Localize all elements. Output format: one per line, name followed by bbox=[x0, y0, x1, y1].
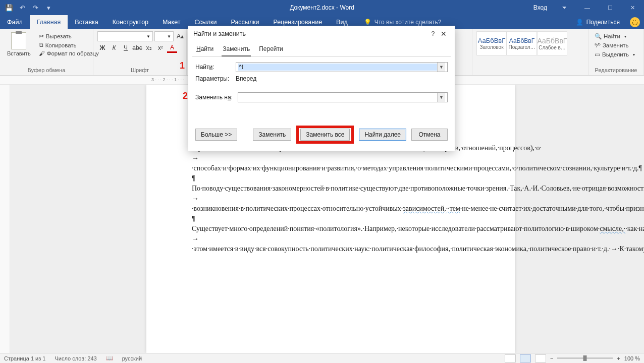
view-print-layout[interactable] bbox=[520, 354, 531, 362]
paste-button[interactable]: Вставить bbox=[4, 31, 34, 57]
clipboard-icon bbox=[11, 32, 26, 49]
params-label: Параметры: bbox=[195, 75, 232, 82]
tab-insert[interactable]: Вставка bbox=[68, 15, 105, 29]
share-button[interactable]: 👤 Поделиться bbox=[572, 17, 624, 28]
tell-me-label: Что вы хотите сделать? bbox=[374, 19, 442, 26]
vertical-ruler[interactable] bbox=[0, 85, 10, 353]
strike-button[interactable]: abc bbox=[132, 43, 142, 53]
dialog-tab-goto[interactable]: Перейти bbox=[258, 43, 284, 56]
chevron-down-icon[interactable]: ▼ bbox=[437, 93, 445, 102]
replace-all-button[interactable]: Заменить все bbox=[300, 129, 350, 141]
share-label: Поделиться bbox=[586, 19, 620, 26]
minimize-icon[interactable]: — bbox=[576, 0, 599, 15]
share-icon: 👤 bbox=[576, 19, 583, 26]
select-button[interactable]: ▭Выделить▾ bbox=[593, 50, 637, 58]
zoom-level[interactable]: 100 % bbox=[624, 355, 640, 361]
view-read-mode[interactable] bbox=[505, 354, 516, 362]
chevron-down-icon: ▾ bbox=[633, 52, 635, 57]
find-label: Найти: bbox=[195, 64, 232, 71]
view-web-layout[interactable] bbox=[535, 354, 546, 362]
replace-input[interactable]: ▼ bbox=[238, 92, 448, 102]
chevron-down-icon: ▼ bbox=[167, 34, 171, 39]
status-page[interactable]: Страница 1 из 1 bbox=[4, 355, 45, 361]
search-icon: 🔍 bbox=[595, 33, 602, 40]
font-color-button[interactable]: A bbox=[167, 43, 177, 53]
underline-button[interactable]: Ч bbox=[121, 43, 131, 53]
cursor-icon: ▭ bbox=[595, 51, 600, 58]
status-word-count[interactable]: Число слов: 243 bbox=[55, 355, 96, 361]
superscript-button[interactable]: x² bbox=[155, 43, 166, 53]
chevron-down-icon: ▾ bbox=[624, 34, 626, 39]
replace-label: Заменить на: bbox=[195, 94, 234, 101]
italic-button[interactable]: К bbox=[109, 43, 119, 53]
scissors-icon: ✂ bbox=[39, 33, 44, 40]
save-icon[interactable]: 💾 bbox=[3, 2, 15, 14]
style-heading2[interactable]: АаБбВвГПодзагол… bbox=[507, 31, 537, 55]
title-bar: 💾 ↶ ↷ ▾ Документ2.docx - Word Вход ⏷ — ☐… bbox=[0, 0, 644, 15]
close-icon[interactable]: ✕ bbox=[621, 0, 644, 15]
login-button[interactable]: Вход bbox=[527, 0, 553, 15]
doc-paragraph: Существует·много·определений·понятия·«по… bbox=[192, 224, 469, 254]
dialog-close-icon[interactable]: ✕ bbox=[438, 30, 450, 38]
dialog-titlebar[interactable]: Найти и заменить ? ✕ bbox=[188, 26, 455, 41]
replace-icon: ᵃ⁄ᵇ bbox=[595, 42, 601, 49]
font-name-combo[interactable]: ▼ bbox=[97, 31, 153, 41]
undo-icon[interactable]: ↶ bbox=[16, 2, 28, 14]
params-value: Вперед bbox=[236, 75, 448, 82]
ribbon-options-icon[interactable]: ⏷ bbox=[553, 0, 576, 15]
replace-button[interactable]: ᵃ⁄ᵇЗаменить bbox=[593, 41, 637, 49]
zoom-in-icon[interactable]: + bbox=[617, 355, 620, 361]
replace-one-button[interactable]: Заменить bbox=[253, 129, 291, 141]
qat-customize-icon[interactable]: ▾ bbox=[42, 2, 55, 14]
font-size-combo[interactable]: ▼ bbox=[154, 31, 174, 41]
cancel-button[interactable]: Отмена bbox=[411, 129, 448, 141]
lightbulb-icon: 💡 bbox=[364, 19, 371, 26]
feedback-smiley-icon[interactable] bbox=[630, 17, 640, 27]
status-bar: Страница 1 из 1 Число слов: 243 📖 русски… bbox=[0, 353, 644, 363]
brush-icon: 🖌 bbox=[39, 50, 45, 56]
dialog-tabs: Найти Заменить Перейти bbox=[188, 41, 455, 56]
maximize-icon[interactable]: ☐ bbox=[599, 0, 621, 15]
zoom-out-icon[interactable]: − bbox=[550, 355, 553, 361]
zoom-slider[interactable] bbox=[557, 357, 613, 359]
status-language[interactable]: русский bbox=[122, 355, 142, 361]
more-button[interactable]: Больше >> bbox=[195, 129, 237, 141]
find-input[interactable]: ^t ▼ bbox=[236, 62, 448, 72]
chevron-down-icon[interactable]: ▼ bbox=[437, 63, 445, 72]
copy-button[interactable]: ⧉Копировать bbox=[37, 41, 101, 49]
doc-paragraph: По·поводу·существования·закономерностей·… bbox=[192, 184, 469, 214]
style-weak[interactable]: АаБбВвГСлабое в… bbox=[537, 31, 567, 55]
doc-paragraph: ¶ bbox=[192, 173, 469, 184]
find-button[interactable]: 🔍Найти▾ bbox=[593, 32, 637, 40]
dialog-title: Найти и заменить bbox=[193, 30, 246, 37]
subscript-button[interactable]: x₂ bbox=[144, 43, 154, 53]
format-painter-button[interactable]: 🖌Формат по образцу bbox=[37, 50, 101, 57]
status-spellcheck-icon[interactable]: 📖 bbox=[106, 355, 113, 361]
grow-font-button[interactable]: A▴ bbox=[175, 31, 185, 41]
dialog-tab-replace[interactable]: Заменить bbox=[222, 43, 251, 56]
font-group-label: Шрифт bbox=[97, 66, 182, 74]
chevron-down-icon: ▼ bbox=[146, 34, 150, 39]
doc-paragraph: ¶ bbox=[192, 214, 469, 224]
tab-layout[interactable]: Макет bbox=[155, 15, 187, 29]
tab-design[interactable]: Конструктор bbox=[105, 15, 155, 29]
bold-button[interactable]: Ж bbox=[97, 43, 108, 53]
quick-access-toolbar: 💾 ↶ ↷ ▾ bbox=[0, 2, 58, 14]
callout-one: 1 bbox=[180, 60, 185, 71]
tab-home[interactable]: Главная bbox=[30, 15, 68, 29]
style-heading1[interactable]: АаБбВвГЗаголовок bbox=[476, 31, 507, 55]
find-next-button[interactable]: Найти далее bbox=[359, 129, 406, 141]
paste-label: Вставить bbox=[7, 50, 31, 56]
callout-two: 2 bbox=[183, 91, 188, 101]
copy-icon: ⧉ bbox=[39, 42, 43, 48]
cut-button[interactable]: ✂Вырезать bbox=[37, 32, 101, 40]
tab-file[interactable]: Файл bbox=[0, 15, 30, 29]
find-replace-dialog: Найти и заменить ? ✕ Найти Заменить Пере… bbox=[188, 26, 455, 151]
clipboard-group-label: Буфер обмена bbox=[4, 66, 89, 74]
dialog-help-icon[interactable]: ? bbox=[428, 30, 438, 37]
editing-group-label: Редактирование bbox=[593, 66, 639, 74]
dialog-tab-find[interactable]: Найти bbox=[195, 43, 214, 56]
redo-icon[interactable]: ↷ bbox=[29, 2, 41, 14]
window-title: Документ2.docx - Word bbox=[290, 4, 354, 11]
